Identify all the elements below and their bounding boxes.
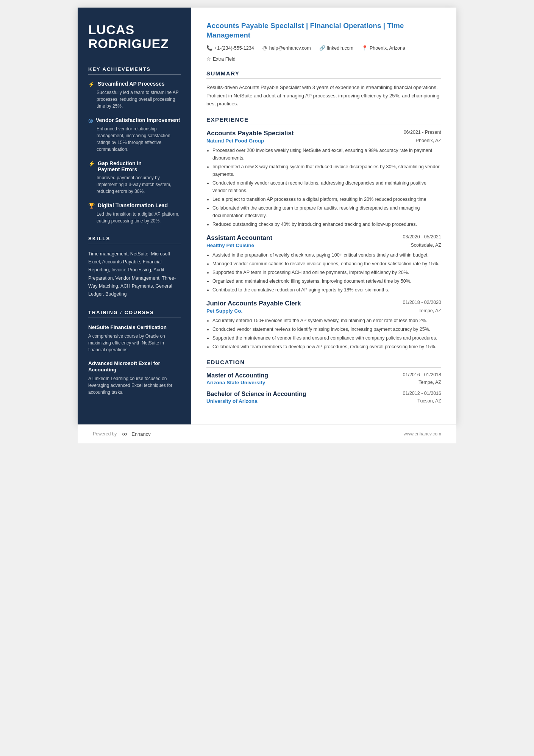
achievements-section-title: KEY ACHIEVEMENTS — [88, 66, 181, 75]
exp-job-title: Accounts Payable Specialist — [206, 130, 294, 137]
edu-subrow: University of Arizona Tucson, AZ — [206, 398, 441, 404]
linkedin-icon: 🔗 — [319, 45, 325, 51]
achievement-item: 🏆 Digital Transformation Lead Led the tr… — [88, 202, 181, 224]
exp-subrow: Healthy Pet Cuisine Scottsdale, AZ — [206, 243, 441, 248]
achievement-item: ⚡ Streamlined AP Processes Successfully … — [88, 81, 181, 110]
edu-degree: Bachelor of Science in Accounting — [206, 391, 306, 398]
training-desc: A comprehensive course by Oracle on maxi… — [88, 333, 181, 353]
bullet-item: Led a project to transition AP processes… — [212, 196, 441, 203]
achievement-title-text: Gap Reduction inPayment Errors — [98, 160, 142, 172]
edu-school: University of Arizona — [206, 398, 258, 404]
training-list: NetSuite Financials Certification A comp… — [88, 324, 181, 396]
exp-location: Phoenix, AZ — [416, 138, 441, 143]
bullet-item: Processed over 200 invoices weekly using… — [212, 147, 441, 162]
edu-date: 01/2016 - 01/2018 — [403, 372, 441, 377]
contact-phone: 📞 +1-(234)-555-1234 — [206, 45, 254, 51]
training-title: Advanced Microsoft Excel for Accounting — [88, 360, 181, 373]
bullet-item: Supported the AP team in processing ACH … — [212, 269, 441, 276]
summary-title: SUMMARY — [206, 70, 441, 79]
bullet-item: Reduced outstanding checks by 40% by int… — [212, 221, 441, 228]
bullet-item: Supported the maintenance of vendor file… — [212, 334, 441, 342]
bullet-item: Collaborated with the accounting team to… — [212, 204, 441, 219]
exp-bullets: Assisted in the preparation of weekly ch… — [206, 251, 441, 294]
contact-extra: ☆ Extra Field — [206, 56, 236, 62]
exp-date: 01/2018 - 02/2020 — [403, 300, 441, 305]
experience-item: Assistant Accountant 03/2020 - 05/2021 H… — [206, 234, 441, 294]
job-title: Accounts Payable Specialist | Financial … — [206, 21, 441, 40]
contact-email: @ help@enhancv.com — [262, 45, 311, 51]
exp-company: Pet Supply Co. — [206, 308, 242, 314]
exp-date: 03/2020 - 05/2021 — [403, 234, 441, 239]
education-item: Bachelor of Science in Accounting 01/201… — [206, 391, 441, 404]
achievement-item: ◎ Vendor Satisfaction Improvement Enhanc… — [88, 117, 181, 153]
exp-company: Healthy Pet Cuisine — [206, 243, 254, 248]
bullet-item: Contributed to the cumulative reduction … — [212, 286, 441, 294]
exp-header: Accounts Payable Specialist 06/2021 - Pr… — [206, 130, 441, 137]
achievement-item: ⚡ Gap Reduction inPayment Errors Improve… — [88, 160, 181, 195]
exp-subrow: Pet Supply Co. Tempe, AZ — [206, 308, 441, 314]
exp-job-title: Assistant Accountant — [206, 234, 272, 242]
experience-item: Accounts Payable Specialist 06/2021 - Pr… — [206, 130, 441, 228]
exp-header: Assistant Accountant 03/2020 - 05/2021 — [206, 234, 441, 242]
bullet-item: Implemented a new 3-way matching system … — [212, 163, 441, 178]
achievement-desc: Improved payment accuracy by implementin… — [88, 174, 181, 195]
skills-text: Time management, NetSuite, Microsoft Exc… — [88, 250, 181, 299]
achievement-icon: ◎ — [88, 117, 93, 124]
bullet-item: Collaborated with team members to develo… — [212, 343, 441, 351]
exp-job-title: Junior Accounts Payable Clerk — [206, 300, 301, 307]
exp-bullets: Accurately entered 150+ invoices into th… — [206, 317, 441, 351]
achievement-icon: 🏆 — [88, 203, 95, 209]
exp-company: Natural Pet Food Group — [206, 138, 264, 144]
edu-row: Bachelor of Science in Accounting 01/201… — [206, 391, 441, 398]
achievement-title: ⚡ Gap Reduction inPayment Errors — [88, 160, 181, 172]
achievement-desc: Successfully led a team to streamline AP… — [88, 89, 181, 110]
education-item: Master of Accounting 01/2016 - 01/2018 A… — [206, 372, 441, 385]
edu-date: 01/2012 - 01/2016 — [403, 391, 441, 396]
bullet-item: Conducted vendor statement reviews to id… — [212, 326, 441, 333]
exp-header: Junior Accounts Payable Clerk 01/2018 - … — [206, 300, 441, 307]
contact-row: 📞 +1-(234)-555-1234 @ help@enhancv.com 🔗… — [206, 45, 441, 62]
contact-location: 📍 Phoenix, Arizona — [362, 45, 405, 51]
footer-powered-by: Powered by ∞ Enhancv — [93, 430, 151, 438]
exp-location: Scottsdale, AZ — [411, 243, 441, 248]
name-line1: LUCAS — [88, 22, 134, 37]
achievements-list: ⚡ Streamlined AP Processes Successfully … — [88, 81, 181, 224]
exp-bullets: Processed over 200 invoices weekly using… — [206, 147, 441, 228]
resume-container: LUCAS RODRIGUEZ KEY ACHIEVEMENTS ⚡ Strea… — [78, 8, 456, 424]
training-title: NetSuite Financials Certification — [88, 324, 181, 331]
training-item: Advanced Microsoft Excel for Accounting … — [88, 360, 181, 396]
bullet-item: Accurately entered 150+ invoices into th… — [212, 317, 441, 324]
main-content: Accounts Payable Specialist | Financial … — [191, 8, 456, 424]
exp-subrow: Natural Pet Food Group Phoenix, AZ — [206, 138, 441, 144]
bullet-item: Managed vendor communications to resolve… — [212, 260, 441, 268]
edu-school: Arizona State University — [206, 380, 265, 385]
location-icon: 📍 — [362, 45, 368, 51]
brand-name: Enhancv — [131, 431, 151, 437]
bullet-item: Organized and maintained electronic fili… — [212, 277, 441, 285]
achievement-title: ◎ Vendor Satisfaction Improvement — [88, 117, 181, 124]
experience-item: Junior Accounts Payable Clerk 01/2018 - … — [206, 300, 441, 351]
exp-location: Tempe, AZ — [418, 308, 441, 313]
sidebar: LUCAS RODRIGUEZ KEY ACHIEVEMENTS ⚡ Strea… — [78, 8, 191, 424]
summary-text: Results-driven Accounts Payable Speciali… — [206, 83, 441, 108]
bullet-item: Conducted monthly vendor account reconci… — [212, 179, 441, 194]
experience-title: EXPERIENCE — [206, 116, 441, 125]
bullet-item: Assisted in the preparation of weekly ch… — [212, 251, 441, 259]
achievement-icon: ⚡ — [88, 81, 95, 87]
edu-location: Tempe, AZ — [418, 380, 441, 385]
star-icon: ☆ — [206, 56, 211, 62]
achievement-desc: Led the transition to a digital AP platf… — [88, 211, 181, 224]
phone-icon: 📞 — [206, 45, 212, 51]
achievement-icon: ⚡ — [88, 161, 95, 167]
training-section-title: TRAINING / COURSES — [88, 310, 181, 318]
skills-section-title: SKILLS — [88, 236, 181, 244]
contact-linkedin: 🔗 linkedin.com — [319, 45, 353, 51]
edu-row: Master of Accounting 01/2016 - 01/2018 — [206, 372, 441, 379]
education-title: EDUCATION — [206, 359, 441, 368]
edu-degree: Master of Accounting — [206, 372, 268, 379]
footer-website: www.enhancv.com — [404, 431, 441, 437]
email-icon: @ — [262, 45, 267, 51]
candidate-name: LUCAS RODRIGUEZ — [88, 23, 181, 51]
brand-logo: ∞ — [122, 430, 127, 438]
exp-date: 06/2021 - Present — [404, 130, 441, 135]
